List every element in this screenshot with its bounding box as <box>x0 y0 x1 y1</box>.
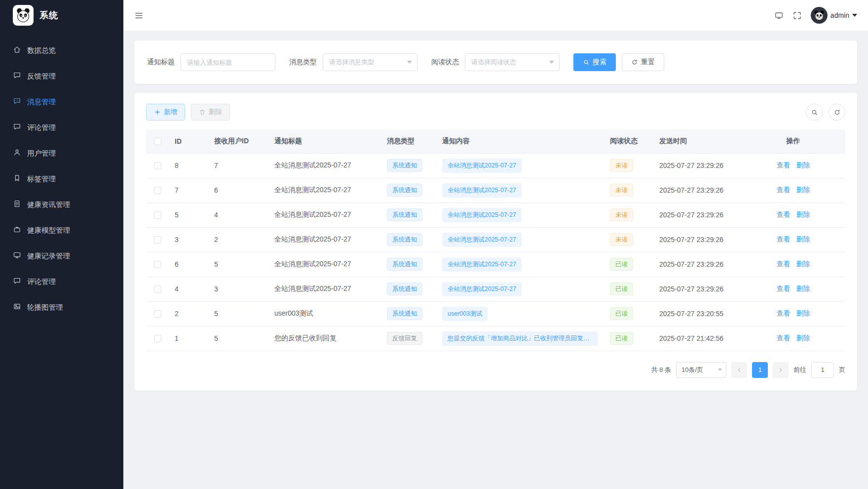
sidebar-item-carousel[interactable]: 轮播图管理 <box>0 294 123 320</box>
view-link[interactable]: 查看 <box>777 186 791 194</box>
col-receiver-id: 接收用户ID <box>208 129 268 153</box>
read-status-select[interactable]: 请选择阅读状态 <box>465 53 560 71</box>
view-link[interactable]: 查看 <box>777 210 791 218</box>
sidebar-item-label: 标签管理 <box>27 174 56 184</box>
cell-title: user003测试 <box>268 301 381 326</box>
sidebar-item-feedback[interactable]: 反馈管理 <box>0 63 123 89</box>
plus-icon <box>154 109 161 116</box>
topbar: admin <box>123 0 868 31</box>
sidebar-item-comments[interactable]: 评论管理 <box>0 115 123 140</box>
notice-content-pill[interactable]: 全站消息测试2025-07-27 <box>442 257 522 272</box>
sidebar-item-data-overview[interactable]: 数据总览 <box>0 38 123 63</box>
read-status-label: 阅读状态 <box>431 58 459 67</box>
search-button[interactable]: 搜索 <box>573 53 616 71</box>
reset-button[interactable]: 重置 <box>622 53 664 71</box>
cell-title: 全站消息测试2025-07-27 <box>268 227 381 252</box>
bookmark-icon <box>13 174 21 184</box>
view-link[interactable]: 查看 <box>777 260 791 268</box>
page-number-1[interactable]: 1 <box>752 362 768 378</box>
delete-button[interactable]: 删除 <box>191 104 230 121</box>
notice-content-pill[interactable]: 全站消息测试2025-07-27 <box>442 159 522 173</box>
hamburger-icon[interactable] <box>134 11 144 20</box>
fullscreen-icon[interactable] <box>793 11 802 20</box>
notice-content-pill[interactable]: 您提交的反馈「增加商品对比」已收到管理员回复：商品对比 <box>442 331 598 346</box>
notice-content-pill[interactable]: 全站消息测试2025-07-27 <box>442 282 522 296</box>
message-type-tag: 系统通知 <box>387 258 422 271</box>
view-link[interactable]: 查看 <box>777 309 791 317</box>
message-type-label: 消息类型 <box>289 58 317 67</box>
table-card: 新增 删除 <box>134 93 857 391</box>
sidebar-item-label: 用户管理 <box>27 149 56 158</box>
refresh-button[interactable] <box>829 104 845 121</box>
chevron-down-icon <box>718 368 722 371</box>
delete-link[interactable]: 删除 <box>796 260 810 268</box>
sidebar-item-messages[interactable]: 消息管理 <box>0 89 123 115</box>
chevron-down-icon <box>852 14 857 17</box>
sidebar-item-health-model[interactable]: 健康模型管理 <box>0 217 123 243</box>
cell-title: 全站消息测试2025-07-27 <box>268 203 381 227</box>
notice-content-pill[interactable]: 全站消息测试2025-07-27 <box>442 183 522 198</box>
filter-type-group: 消息类型 请选择消息类型 <box>289 53 417 71</box>
row-checkbox[interactable] <box>154 261 161 268</box>
message-type-tag: 系统通知 <box>387 208 422 221</box>
sidebar-item-label: 轮播图管理 <box>27 303 63 312</box>
cell-send-time: 2025-07-27 23:29:26 <box>653 227 741 252</box>
read-status-tag: 未读 <box>610 159 633 172</box>
add-button[interactable]: 新增 <box>146 104 185 121</box>
delete-link[interactable]: 删除 <box>796 161 810 169</box>
view-link[interactable]: 查看 <box>777 285 791 292</box>
cell-id: 3 <box>169 227 208 252</box>
prev-page-button[interactable] <box>731 362 747 378</box>
delete-link[interactable]: 删除 <box>796 309 810 317</box>
chat-dots-icon <box>13 97 21 107</box>
row-checkbox[interactable] <box>154 285 161 293</box>
row-checkbox[interactable] <box>154 310 161 318</box>
cell-receiver-id: 3 <box>208 277 268 301</box>
read-status-tag: 已读 <box>610 283 633 295</box>
delete-link[interactable]: 删除 <box>796 235 810 243</box>
read-status-tag: 未读 <box>610 184 633 197</box>
show-search-button[interactable] <box>806 104 823 121</box>
trash-icon <box>199 109 206 116</box>
notice-title-input[interactable] <box>181 53 275 71</box>
screen-icon[interactable] <box>774 11 784 20</box>
sidebar-item-users[interactable]: 用户管理 <box>0 140 123 166</box>
notice-content-pill[interactable]: 全站消息测试2025-07-27 <box>442 208 522 222</box>
cell-id: 7 <box>169 178 208 203</box>
sidebar-item-health-records[interactable]: 健康记录管理 <box>0 243 123 269</box>
table-row: 4 3 全站消息测试2025-07-27 系统通知 全站消息测试2025-07-… <box>146 277 845 301</box>
message-type-tag: 反馈回复 <box>387 332 422 345</box>
sidebar-item-comments-2[interactable]: 评论管理 <box>0 269 123 294</box>
chevron-left-icon <box>736 367 742 373</box>
view-link[interactable]: 查看 <box>777 161 791 169</box>
select-all-checkbox[interactable] <box>154 138 161 145</box>
cell-send-time: 2025-07-27 23:29:26 <box>653 203 741 227</box>
view-link[interactable]: 查看 <box>777 235 791 243</box>
delete-link[interactable]: 删除 <box>796 210 810 218</box>
user-menu[interactable]: admin <box>811 7 857 24</box>
delete-link[interactable]: 删除 <box>796 285 810 292</box>
page-size-select[interactable]: 10条/页 <box>676 362 726 378</box>
next-page-button[interactable] <box>773 362 789 378</box>
cell-receiver-id: 6 <box>208 178 268 203</box>
view-link[interactable]: 查看 <box>777 334 791 342</box>
delete-link[interactable]: 删除 <box>796 334 810 342</box>
row-checkbox[interactable] <box>154 187 161 194</box>
page-size-value: 10条/页 <box>681 366 703 374</box>
row-checkbox[interactable] <box>154 236 161 244</box>
message-type-select[interactable]: 请选择消息类型 <box>323 53 417 71</box>
delete-link[interactable]: 删除 <box>796 186 810 194</box>
sidebar-item-tags[interactable]: 标签管理 <box>0 166 123 192</box>
cell-id: 2 <box>169 301 208 326</box>
goto-page-input[interactable] <box>811 362 834 378</box>
row-checkbox[interactable] <box>154 335 161 342</box>
toolbar-right <box>806 104 845 121</box>
sidebar-item-health-info[interactable]: 健康资讯管理 <box>0 192 123 217</box>
content: 通知标题 消息类型 请选择消息类型 阅读状态 请选择阅读状态 <box>123 31 868 401</box>
row-checkbox[interactable] <box>154 162 161 169</box>
chat-icon <box>13 71 21 81</box>
notice-content-pill[interactable]: user003测试 <box>442 307 488 321</box>
row-checkbox[interactable] <box>154 211 161 219</box>
cell-title: 全站消息测试2025-07-27 <box>268 153 381 178</box>
notice-content-pill[interactable]: 全站消息测试2025-07-27 <box>442 233 522 247</box>
